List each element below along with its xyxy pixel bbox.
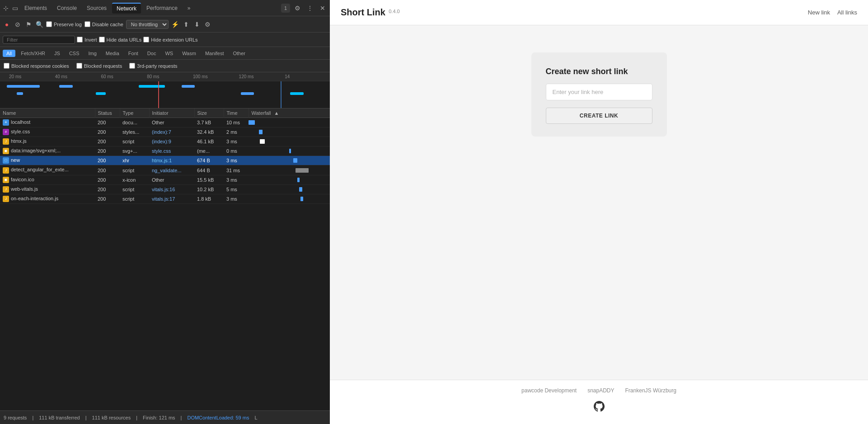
filter-font[interactable]: Font bbox=[125, 50, 142, 57]
disable-cache-label[interactable]: Disable cache bbox=[84, 21, 123, 27]
filter-input[interactable] bbox=[3, 36, 75, 44]
network-conditions-icon[interactable]: ⚡ bbox=[171, 20, 179, 28]
hide-extension-urls-checkbox[interactable] bbox=[143, 37, 149, 42]
col-header-time[interactable]: Time bbox=[224, 108, 249, 118]
export-icon[interactable]: ⬆ bbox=[182, 20, 190, 28]
blocked-cookies-label[interactable]: Blocked response cookies bbox=[4, 63, 69, 69]
footer-link-2[interactable]: FrankenJS Würzburg bbox=[625, 387, 676, 394]
filter-img[interactable]: Img bbox=[85, 50, 100, 57]
col-header-type[interactable]: Type bbox=[120, 108, 149, 118]
cell-status: 200 bbox=[95, 165, 120, 175]
more-icon[interactable]: ⋮ bbox=[305, 3, 315, 14]
footer-link-0[interactable]: pawcode Development bbox=[521, 387, 577, 394]
table-row[interactable]: Jhtmx.js200script(index):946.1 kB3 ms bbox=[0, 137, 330, 146]
filter-other[interactable]: Other bbox=[229, 50, 249, 57]
timeline-chart bbox=[0, 81, 330, 108]
table-row[interactable]: Jon-each-interaction.js200scriptvitals.j… bbox=[0, 194, 330, 203]
import-icon[interactable]: ⬇ bbox=[193, 20, 201, 28]
col-header-status[interactable]: Status bbox=[95, 108, 120, 118]
ruler-mark-1: 20 ms bbox=[8, 74, 54, 79]
table-row[interactable]: #style.css200styles...(index):732.4 kB2 … bbox=[0, 127, 330, 137]
hide-data-urls-checkbox[interactable] bbox=[99, 37, 105, 42]
record-icon[interactable]: ● bbox=[3, 20, 11, 28]
disable-cache-checkbox[interactable] bbox=[84, 21, 90, 27]
search-icon[interactable]: 🔍 bbox=[35, 20, 43, 28]
cell-name: Jweb-vitals.js bbox=[0, 184, 95, 194]
preserve-log-label[interactable]: Preserve log bbox=[46, 21, 82, 27]
tab-performance[interactable]: Performance bbox=[142, 3, 182, 13]
filter-wasm[interactable]: Wasm bbox=[178, 50, 200, 57]
tab-network[interactable]: Network bbox=[112, 3, 141, 14]
sort-asc-icon: ▲ bbox=[274, 110, 279, 116]
throttle-select[interactable]: No throttling bbox=[126, 20, 169, 29]
clear-icon[interactable]: ⊘ bbox=[14, 20, 22, 28]
filter-all[interactable]: All bbox=[3, 50, 15, 57]
hide-extension-urls-label[interactable]: Hide extension URLs bbox=[143, 37, 197, 42]
filter-js[interactable]: JS bbox=[51, 50, 64, 57]
cell-time: 3 ms bbox=[224, 137, 249, 146]
close-icon[interactable]: ✕ bbox=[317, 3, 328, 14]
timeline-bar-5 bbox=[96, 92, 106, 95]
new-link-nav[interactable]: New link bbox=[808, 9, 830, 16]
blocked-cookies-checkbox[interactable] bbox=[4, 63, 9, 69]
blocked-requests-label[interactable]: Blocked requests bbox=[76, 63, 122, 69]
network-settings-icon[interactable]: ⚙ bbox=[204, 20, 212, 28]
filter-fetch-xhr[interactable]: Fetch/XHR bbox=[17, 50, 49, 57]
separator-1: | bbox=[32, 415, 33, 420]
table-row[interactable]: ≡localhost200docu...Other3.7 kB10 ms bbox=[0, 118, 330, 127]
invert-checkbox[interactable] bbox=[77, 37, 83, 42]
cell-waterfall bbox=[249, 156, 330, 165]
cell-time: 5 ms bbox=[224, 184, 249, 194]
tab-console[interactable]: Console bbox=[52, 3, 81, 13]
table-row[interactable]: Jweb-vitals.js200scriptvitals.js:1610.2 … bbox=[0, 184, 330, 194]
filter-icon[interactable]: ⚑ bbox=[24, 20, 33, 28]
filter-row: Invert Hide data URLs Hide extension URL… bbox=[0, 33, 330, 47]
col-header-waterfall[interactable]: Waterfall ▲ bbox=[249, 108, 330, 118]
all-links-nav[interactable]: All links bbox=[837, 9, 857, 16]
col-header-initiator[interactable]: Initiator bbox=[149, 108, 194, 118]
filter-ws[interactable]: WS bbox=[161, 50, 177, 57]
tab-more[interactable]: » bbox=[183, 3, 195, 13]
col-header-size[interactable]: Size bbox=[194, 108, 224, 118]
filter-css[interactable]: CSS bbox=[66, 50, 83, 57]
cell-initiator: vitals.js:16 bbox=[149, 184, 194, 194]
link-input[interactable] bbox=[546, 84, 652, 100]
col-header-name[interactable]: Name bbox=[0, 108, 95, 118]
cell-time: 0 ms bbox=[224, 146, 249, 156]
hide-data-urls-label[interactable]: Hide data URLs bbox=[99, 37, 142, 42]
footer-link-1[interactable]: snapADDY bbox=[587, 387, 614, 394]
blocked-requests-checkbox[interactable] bbox=[76, 63, 82, 69]
badge-icon[interactable]: 1 bbox=[281, 4, 290, 13]
filter-media[interactable]: Media bbox=[102, 50, 123, 57]
app-main: Create new short link CREATE LINK bbox=[330, 25, 868, 380]
filter-manifest[interactable]: Manifest bbox=[202, 50, 228, 57]
device-icon[interactable]: ▭ bbox=[11, 4, 19, 12]
timeline-bar-6 bbox=[241, 92, 254, 95]
preserve-log-checkbox[interactable] bbox=[46, 21, 52, 27]
invert-label[interactable]: Invert bbox=[77, 37, 97, 42]
table-row[interactable]: ▣favicon.ico200x-iconOther15.5 kB3 ms bbox=[0, 175, 330, 184]
cell-status: 200 bbox=[95, 127, 120, 137]
cell-waterfall bbox=[249, 137, 330, 146]
cell-waterfall bbox=[249, 146, 330, 156]
timeline-bar-2 bbox=[139, 85, 165, 88]
table-row[interactable]: □new200xhrhtmx.js:1674 B3 ms bbox=[0, 156, 330, 165]
cell-time: 2 ms bbox=[224, 127, 249, 137]
create-link-button[interactable]: CREATE LINK bbox=[546, 108, 652, 124]
cell-status: 200 bbox=[95, 146, 120, 156]
cell-name: Jdetect_angular_for_exte... bbox=[0, 165, 95, 175]
table-row[interactable]: ▣data:image/svg+xml;...200svg+...style.c… bbox=[0, 146, 330, 156]
cell-size: 46.1 kB bbox=[194, 137, 224, 146]
table-row[interactable]: Jdetect_angular_for_exte...200scriptng_v… bbox=[0, 165, 330, 175]
ruler-mark-7: 14 bbox=[284, 74, 330, 79]
tab-sources[interactable]: Sources bbox=[82, 3, 111, 13]
inspect-icon[interactable]: ⊹ bbox=[2, 4, 10, 12]
third-party-label[interactable]: 3rd-party requests bbox=[129, 63, 177, 69]
third-party-checkbox[interactable] bbox=[129, 63, 135, 69]
timeline-bar-3 bbox=[182, 85, 195, 88]
filter-doc[interactable]: Doc bbox=[144, 50, 160, 57]
tab-elements[interactable]: Elements bbox=[20, 3, 52, 13]
settings-icon[interactable]: ⚙ bbox=[292, 3, 303, 14]
cell-size: 674 B bbox=[194, 156, 224, 165]
github-icon[interactable] bbox=[594, 401, 605, 413]
